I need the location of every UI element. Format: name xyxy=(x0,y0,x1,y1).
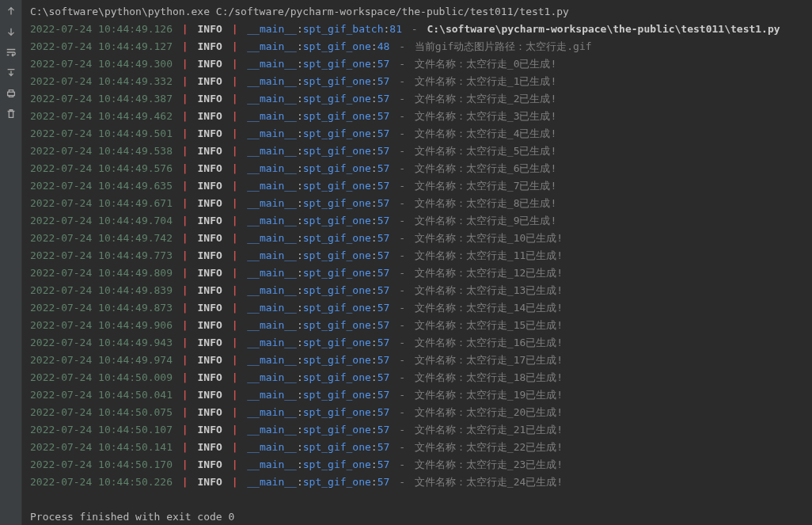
log-level: INFO xyxy=(198,458,222,470)
log-timestamp: 2022-07-24 10:44:49.576 xyxy=(30,162,173,174)
log-module: __main__ xyxy=(247,232,297,244)
log-timestamp: 2022-07-24 10:44:49.126 xyxy=(30,23,173,35)
log-separator: | xyxy=(229,215,248,226)
log-timestamp: 2022-07-24 10:44:49.943 xyxy=(30,337,173,348)
log-line: 2022-07-24 10:44:49.387 | INFO | __main_… xyxy=(30,90,804,108)
log-message: 文件名称：太空行走_3已生成! xyxy=(415,110,556,122)
log-module: __main__ xyxy=(247,127,297,139)
log-separator: | xyxy=(229,40,248,52)
scroll-up-icon[interactable] xyxy=(5,5,17,17)
log-level: INFO xyxy=(198,476,222,488)
log-message: 文件名称：太空行走_13已生成! xyxy=(415,284,563,296)
log-lineno: 57 xyxy=(378,302,390,314)
log-line: 2022-07-24 10:44:49.809 | INFO | __main_… xyxy=(30,264,804,282)
log-function: spt_gif_batch xyxy=(303,23,384,35)
log-level: INFO xyxy=(198,406,222,418)
log-function: spt_gif_one xyxy=(303,197,371,209)
log-lineno: 57 xyxy=(378,162,390,174)
log-lineno: 57 xyxy=(378,127,390,139)
scroll-down-icon[interactable] xyxy=(5,25,17,38)
log-lineno: 81 xyxy=(389,23,402,35)
log-lineno: 57 xyxy=(378,110,390,122)
log-level: INFO xyxy=(198,302,222,314)
log-lineno: 57 xyxy=(378,406,390,418)
log-function: spt_gif_one xyxy=(303,424,371,436)
log-timestamp: 2022-07-24 10:44:50.226 xyxy=(30,476,173,488)
log-module: __main__ xyxy=(247,40,297,52)
log-level: INFO xyxy=(198,40,222,52)
console-output[interactable]: C:\software\python\python.exe C:/softwar… xyxy=(22,0,812,525)
log-separator: | xyxy=(173,75,197,87)
log-line: 2022-07-24 10:44:50.226 | INFO | __main_… xyxy=(30,474,804,491)
log-message: 文件名称：太空行走_5已生成! xyxy=(415,145,556,157)
log-module: __main__ xyxy=(247,145,297,157)
log-function: spt_gif_one xyxy=(303,58,371,70)
log-separator: | xyxy=(173,302,197,314)
log-level: INFO xyxy=(198,162,222,174)
log-separator: | xyxy=(229,75,248,87)
soft-wrap-icon[interactable] xyxy=(5,46,17,59)
log-message: 文件名称：太空行走_12已生成! xyxy=(415,267,563,279)
print-icon[interactable] xyxy=(5,87,17,100)
log-lineno: 57 xyxy=(378,354,390,366)
log-line: 2022-07-24 10:44:50.170 | INFO | __main_… xyxy=(30,456,804,474)
log-level: INFO xyxy=(198,197,222,209)
log-module: __main__ xyxy=(247,93,297,105)
log-module: __main__ xyxy=(247,476,297,488)
log-lineno: 57 xyxy=(378,215,390,226)
log-timestamp: 2022-07-24 10:44:49.127 xyxy=(30,40,173,52)
log-lineno: 57 xyxy=(378,197,390,209)
log-message: 文件名称：太空行走_0已生成! xyxy=(415,58,556,70)
log-module: __main__ xyxy=(247,406,297,418)
log-line: 2022-07-24 10:44:49.839 | INFO | __main_… xyxy=(30,282,804,299)
log-level: INFO xyxy=(198,232,222,244)
log-lineno: 57 xyxy=(378,145,390,157)
log-level: INFO xyxy=(198,110,222,122)
log-level: INFO xyxy=(198,23,222,35)
log-function: spt_gif_one xyxy=(303,127,371,139)
log-separator: | xyxy=(229,127,248,139)
log-message: 文件名称：太空行走_22已生成! xyxy=(415,441,563,453)
log-message: 文件名称：太空行走_10已生成! xyxy=(415,232,563,244)
log-separator: | xyxy=(173,232,197,244)
log-level: INFO xyxy=(198,371,222,383)
log-separator: | xyxy=(173,249,197,261)
log-module: __main__ xyxy=(247,215,297,226)
log-level: INFO xyxy=(198,319,222,331)
log-function: spt_gif_one xyxy=(303,476,371,488)
log-separator: | xyxy=(229,441,248,453)
log-message: 文件名称：太空行走_18已生成! xyxy=(415,371,563,383)
log-line: 2022-07-24 10:44:49.671 | INFO | __main_… xyxy=(30,195,804,212)
log-module: __main__ xyxy=(247,319,297,331)
log-level: INFO xyxy=(198,145,222,157)
log-level: INFO xyxy=(198,337,222,348)
log-module: __main__ xyxy=(247,110,297,122)
log-line: 2022-07-24 10:44:49.538 | INFO | __main_… xyxy=(30,143,804,160)
log-level: INFO xyxy=(198,441,222,453)
log-separator: | xyxy=(229,267,248,279)
log-timestamp: 2022-07-24 10:44:49.742 xyxy=(30,232,173,244)
log-timestamp: 2022-07-24 10:44:49.671 xyxy=(30,197,173,209)
log-timestamp: 2022-07-24 10:44:49.501 xyxy=(30,127,173,139)
log-separator: | xyxy=(229,162,248,174)
scroll-to-end-icon[interactable] xyxy=(5,67,17,79)
log-separator: | xyxy=(173,337,197,348)
log-module: __main__ xyxy=(247,354,297,366)
log-separator: | xyxy=(229,232,248,244)
trash-icon[interactable] xyxy=(5,108,17,120)
log-module: __main__ xyxy=(247,424,297,436)
log-function: spt_gif_one xyxy=(303,354,371,366)
log-line: 2022-07-24 10:44:49.300 | INFO | __main_… xyxy=(30,55,804,73)
log-timestamp: 2022-07-24 10:44:50.141 xyxy=(30,441,173,453)
log-separator: | xyxy=(173,354,197,366)
log-separator: | xyxy=(229,110,248,122)
log-timestamp: 2022-07-24 10:44:49.839 xyxy=(30,284,173,296)
log-message: 文件名称：太空行走_21已生成! xyxy=(415,424,563,436)
log-lineno: 57 xyxy=(378,284,390,296)
log-module: __main__ xyxy=(247,267,297,279)
log-separator: | xyxy=(173,284,197,296)
log-separator: | xyxy=(229,93,248,105)
log-lineno: 57 xyxy=(378,424,390,436)
log-separator: | xyxy=(173,40,197,52)
log-timestamp: 2022-07-24 10:44:50.041 xyxy=(30,389,173,401)
